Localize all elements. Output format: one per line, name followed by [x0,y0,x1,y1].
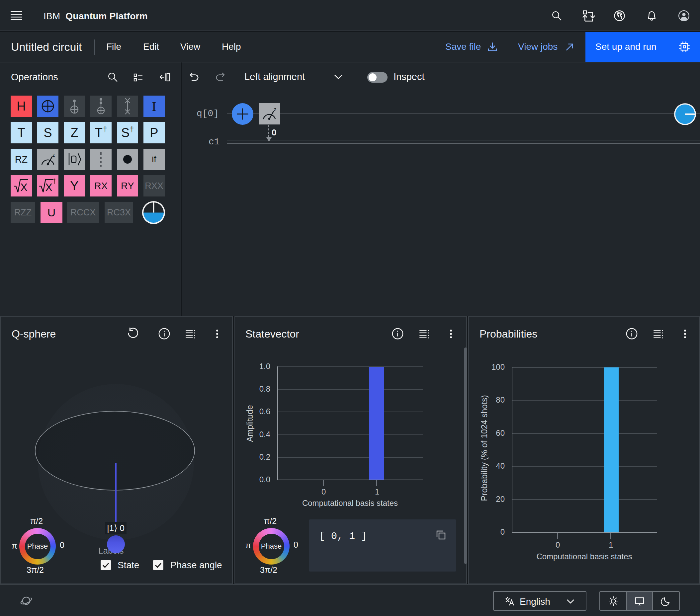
svg-text:X: X [45,181,52,193]
svg-text:z: z [52,152,55,158]
svg-text:†: † [53,178,57,185]
svg-text:z: z [274,106,277,113]
svg-text:X: X [20,181,27,193]
